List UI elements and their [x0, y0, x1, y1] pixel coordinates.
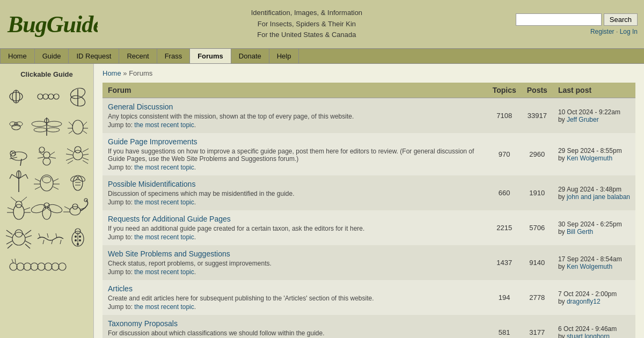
- svg-line-60: [35, 187, 40, 189]
- forum-recent-topic-link[interactable]: the most recent topic: [134, 199, 194, 206]
- svg-line-46: [83, 149, 89, 152]
- forum-topics: 7108: [487, 98, 522, 134]
- sidebar-row: [2, 82, 91, 111]
- login-link[interactable]: Log In: [620, 28, 638, 35]
- breadcrumb-current: Forums: [129, 69, 152, 77]
- forum-recent-topic-link[interactable]: the most recent topic: [134, 233, 194, 241]
- svg-point-40: [73, 150, 83, 160]
- forum-link[interactable]: Possible Misidentifications: [108, 180, 195, 188]
- svg-line-92: [6, 241, 12, 244]
- svg-line-99: [43, 240, 44, 244]
- nav-home[interactable]: Home: [0, 49, 35, 63]
- forum-recent-topic-link[interactable]: the most recent topic: [134, 268, 194, 276]
- forum-description: Discussion of specimens which may be mis…: [108, 190, 482, 197]
- svg-line-93: [8, 244, 12, 248]
- svg-line-24: [69, 131, 72, 134]
- forum-lastpost-author[interactable]: dragonfly12: [567, 298, 601, 305]
- svg-point-114: [24, 263, 31, 270]
- forum-description: Any topics consistent with the mission, …: [108, 113, 482, 120]
- forum-recent-topic-link[interactable]: the most recent topic: [134, 303, 194, 311]
- sidebar-row: [2, 112, 91, 139]
- forum-description: If you need an additional guide page cre…: [108, 225, 482, 232]
- breadcrumb: Home » Forums: [103, 69, 635, 77]
- forum-link[interactable]: General Discussion: [108, 102, 173, 111]
- sidebar-row: [2, 168, 91, 195]
- sidebar: Clickable Guide: [0, 64, 94, 338]
- forum-topics: 2215: [487, 210, 522, 245]
- svg-point-18: [34, 128, 47, 132]
- svg-point-105: [75, 236, 77, 238]
- nav-donate[interactable]: Donate: [231, 49, 269, 63]
- search-area: Search Register · Log In: [516, 13, 638, 35]
- forum-topics: 970: [487, 133, 522, 175]
- forum-cell: General Discussion Any topics consistent…: [103, 98, 487, 134]
- table-row: Guide Page Improvements If you have sugg…: [103, 133, 635, 175]
- nav-guide[interactable]: Guide: [35, 49, 69, 63]
- forum-link[interactable]: Requests for Additional Guide Pages: [108, 215, 231, 223]
- forum-lastpost-author[interactable]: Ken Wolgemuth: [567, 263, 612, 270]
- forum-lastpost-author[interactable]: Bill Gerth: [567, 228, 593, 236]
- breadcrumb-home[interactable]: Home: [103, 69, 121, 77]
- nav-frass[interactable]: Frass: [157, 49, 191, 63]
- svg-point-88: [12, 232, 25, 245]
- forum-lastpost-author[interactable]: Jeff Gruber: [567, 116, 599, 123]
- forum-recent-topic-link[interactable]: the most recent topic: [134, 164, 194, 171]
- forum-name: Possible Misidentifications: [108, 180, 482, 188]
- forum-lastpost: 10 Oct 2024 - 9:22am by Jeff Gruber: [553, 98, 635, 134]
- svg-line-61: [53, 179, 58, 181]
- forum-description: For discussion about which classificatio…: [108, 329, 482, 337]
- svg-point-82: [70, 207, 80, 215]
- forum-lastpost: 30 Sep 2024 - 6:25pm by Bill Gerth: [553, 210, 635, 245]
- header-forum: Forum: [103, 83, 487, 98]
- svg-line-76: [24, 208, 30, 210]
- logo-area: BugGuide: [6, 4, 98, 44]
- nav-help[interactable]: Help: [269, 49, 299, 63]
- forum-lastpost-author[interactable]: stuart longhorn: [567, 333, 610, 339]
- svg-point-19: [47, 128, 60, 132]
- forum-link[interactable]: Taxonomy Proposals: [108, 319, 178, 328]
- forum-lastpost: 7 Oct 2024 - 2:00pm by dragonfly12: [553, 280, 635, 315]
- svg-line-91: [6, 236, 12, 238]
- nav-forums[interactable]: Forums: [190, 49, 231, 63]
- forum-topics: 581: [487, 315, 522, 338]
- search-button[interactable]: Search: [604, 13, 638, 26]
- forum-cell: Requests for Additional Guide Pages If y…: [103, 210, 487, 245]
- content-area: Home » Forums Forum Topics Posts Last po…: [94, 64, 644, 338]
- forum-link[interactable]: Articles: [108, 284, 133, 293]
- forum-lastpost-author[interactable]: john and jane balaban: [567, 193, 630, 201]
- svg-line-121: [15, 259, 16, 263]
- search-input[interactable]: [516, 13, 602, 26]
- svg-line-85: [64, 207, 70, 209]
- sidebar-images[interactable]: [0, 82, 93, 278]
- sidebar-row: [2, 140, 91, 167]
- svg-line-72: [11, 197, 17, 202]
- svg-point-115: [31, 263, 38, 270]
- nav-recent[interactable]: Recent: [119, 49, 157, 63]
- svg-point-6: [48, 94, 54, 99]
- svg-point-117: [45, 263, 52, 270]
- table-row: Taxonomy Proposals For discussion about …: [103, 315, 635, 338]
- forum-recent-topic-link[interactable]: the most recent topic: [134, 121, 194, 129]
- svg-line-45: [68, 160, 73, 164]
- header-posts: Posts: [522, 83, 553, 98]
- forum-cell: Possible Misidentifications Discussion o…: [103, 175, 487, 210]
- svg-point-116: [38, 263, 45, 270]
- svg-line-47: [83, 154, 89, 155]
- svg-line-103: [60, 240, 61, 244]
- svg-line-44: [66, 158, 73, 160]
- svg-line-43: [66, 154, 73, 155]
- svg-line-55: [26, 174, 28, 179]
- table-row: Possible Misidentifications Discussion o…: [103, 175, 635, 210]
- svg-point-33: [39, 147, 45, 152]
- forum-jump: Jump to: the most recent topic.: [108, 121, 482, 129]
- forum-description: Check status, report problems, or sugges…: [108, 260, 482, 267]
- nav-id-request[interactable]: ID Request: [69, 49, 119, 63]
- forum-lastpost-author[interactable]: Ken Wolgemuth: [567, 155, 612, 162]
- svg-line-42: [67, 149, 73, 152]
- forum-link[interactable]: Guide Page Improvements: [108, 137, 197, 146]
- register-link[interactable]: Register: [590, 28, 614, 35]
- svg-line-74: [8, 208, 13, 210]
- forum-link[interactable]: Web Site Problems and Suggestions: [108, 249, 230, 258]
- svg-point-64: [73, 175, 83, 190]
- site-logo[interactable]: BugGuide: [6, 4, 98, 44]
